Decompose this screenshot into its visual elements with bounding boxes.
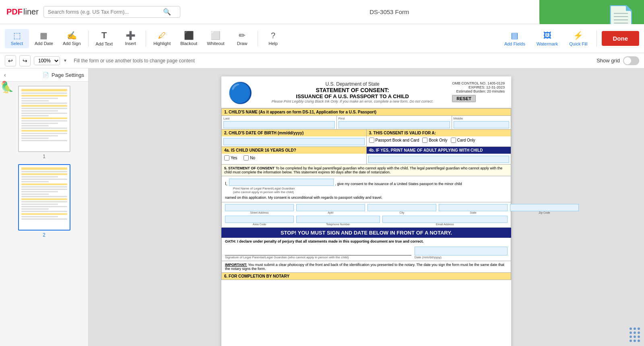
add-fields-btn[interactable]: ▤ Add Fields	[500, 28, 529, 49]
state-input[interactable]	[439, 204, 508, 211]
no-checkbox[interactable]	[244, 155, 249, 161]
chevron-down-icon: ▼	[63, 58, 67, 63]
whiteout-icon: ⬜	[211, 31, 221, 39]
important-text: You must submit a clear photocopy of the…	[225, 263, 504, 271]
hint-text: Fill the form or use another tools to ch…	[74, 58, 195, 64]
zip-input[interactable]	[510, 204, 579, 211]
quick-fill-label: Quick Fill	[569, 41, 587, 46]
add-fields-icon: ▤	[511, 31, 518, 40]
tool-help[interactable]: ? Help	[261, 29, 285, 48]
section-4b: 4b. IF YES, PRINT NAME OF ADULT APPLYING…	[367, 147, 511, 164]
consent-name-input[interactable]	[229, 179, 334, 186]
passport-book-card-checkbox[interactable]	[369, 138, 374, 143]
section-2-header: 2. CHILD'S DATE OF BIRTH (mm/dd/yyyy)	[222, 130, 366, 136]
toolbar-separator-3	[258, 31, 258, 47]
tool-draw[interactable]: ✏ Draw	[230, 29, 254, 48]
sidebar-collapse-button[interactable]: ‹	[4, 72, 6, 78]
add-date-icon: ▦	[40, 31, 47, 39]
undo-button[interactable]: ↩	[5, 55, 16, 66]
add-text-icon: T	[101, 31, 107, 40]
search-icon: 🔍	[163, 8, 171, 16]
section-4b-header: 4b. IF YES, PRINT NAME OF ADULT APPLYING…	[367, 147, 511, 154]
section-4-row: 4a. IS CHILD UNDER 16 YEARS OLD? Yes No	[221, 147, 511, 165]
page-settings-icon: 📄	[43, 72, 49, 78]
tool-blackout-label: Blackout	[180, 41, 197, 46]
tool-add-sign[interactable]: ✍ Add Sign	[59, 29, 85, 48]
sig-label: Signature of Legal Parental/Legal Guardi…	[225, 255, 411, 259]
done-button[interactable]: Done	[602, 31, 640, 46]
tool-add-date[interactable]: ▦ Add Date	[31, 29, 57, 48]
show-grid-label: Show grid	[597, 58, 620, 64]
yes-checkbox[interactable]	[224, 155, 229, 161]
card-only-checkbox[interactable]	[451, 138, 456, 143]
zip-label: Zip Code	[510, 211, 579, 214]
document-title: DS-3053 Form	[185, 8, 594, 15]
grid-toggle-switch[interactable]	[623, 56, 639, 65]
toolbar-separator-2	[146, 31, 146, 47]
tool-blackout[interactable]: ⬛ Blackout	[176, 29, 201, 48]
blackout-icon: ⬛	[184, 31, 194, 39]
adult-name-input[interactable]	[368, 156, 510, 163]
tool-add-text[interactable]: T Add Text	[92, 29, 117, 49]
form-seal: 🔵	[228, 81, 253, 105]
last-name-input[interactable]	[223, 121, 335, 128]
header-right: Support Log in	[599, 9, 638, 15]
tool-insert[interactable]: ➕ Insert	[118, 29, 142, 48]
form-subtitle: ISSUANCE OF A U.S. PASSPORT TO A CHILD	[261, 93, 444, 99]
apt-input[interactable]	[296, 204, 365, 211]
zoom-select[interactable]: 100% 75% 125% 150%	[34, 56, 60, 65]
street-address-input[interactable]	[225, 204, 294, 211]
tool-add-text-label: Add Text	[96, 41, 113, 46]
main-area: ‹ 📄 Page Settings	[0, 68, 644, 346]
first-name-input[interactable]	[339, 121, 450, 128]
form-main-title: STATEMENT OF CONSENT:	[261, 87, 444, 93]
tool-add-sign-label: Add Sign	[63, 41, 81, 46]
tool-highlight[interactable]: 🖊 Highlight	[149, 29, 175, 48]
consent-unconditional-text: named on this application. My consent is…	[225, 196, 508, 200]
form-omb: OMB CONTROL NO. 1405-0129 EXPIRES: 12-31…	[452, 81, 505, 105]
dob-input[interactable]	[223, 138, 365, 145]
signature-input[interactable]	[225, 247, 411, 255]
reset-button[interactable]: RESET	[452, 95, 476, 102]
page-thumb-1[interactable]: 1	[3, 86, 85, 159]
phone-inputs-row: Area Code Telephone Number Email Address	[225, 216, 508, 226]
document-viewer[interactable]: 🔵 U.S. Department of State STATEMENT OF …	[89, 68, 644, 346]
area-code-input[interactable]	[225, 216, 294, 223]
city-label: City	[367, 211, 436, 214]
quick-fill-btn[interactable]: ⚡ Quick Fill	[565, 28, 591, 49]
email-input[interactable]	[382, 216, 508, 223]
show-grid-toggle[interactable]: Show grid	[597, 56, 639, 65]
redo-button[interactable]: ↪	[19, 55, 31, 66]
street-address-label: Street Address	[225, 211, 294, 214]
section-1-fields: Last First Middle	[221, 116, 511, 130]
city-cell: City	[367, 204, 436, 214]
middle-name-input[interactable]	[454, 121, 509, 128]
login-link[interactable]: Log in	[623, 9, 638, 15]
apt-label: Apt#	[296, 211, 365, 214]
toolbar-separator-4	[597, 31, 597, 47]
sig-col: Signature of Legal Parental/Legal Guardi…	[225, 247, 411, 259]
book-only-checkbox[interactable]	[422, 138, 427, 143]
tool-select[interactable]: ⬚ Select	[5, 29, 29, 48]
document-page: 🔵 U.S. Department of State STATEMENT OF …	[221, 76, 511, 346]
date-input[interactable]	[415, 247, 508, 255]
phone-number-input[interactable]	[296, 216, 380, 223]
support-link[interactable]: Support	[599, 9, 617, 15]
card-only-text: Card Only	[457, 138, 475, 142]
search-box[interactable]: 🔍	[43, 6, 180, 18]
card-only-label: Card Only	[451, 138, 475, 143]
section-1-header: 1. CHILD'S NAME (As it appears on form D…	[221, 108, 511, 116]
add-sign-icon: ✍	[67, 31, 77, 39]
draw-icon: ✏	[239, 31, 246, 39]
page-thumb-2[interactable]: 2	[3, 164, 85, 238]
select-icon: ⬚	[13, 31, 21, 39]
watermark-btn[interactable]: 🖼 Watermark	[533, 29, 562, 49]
city-input[interactable]	[367, 204, 436, 211]
omb-burden: Estimated Burden: 20 minutes	[452, 89, 505, 93]
passport-book-card-text: Passport Book and Card	[376, 138, 419, 142]
street-address-cell: Street Address	[225, 204, 294, 214]
search-input[interactable]	[48, 9, 161, 15]
pages-container: 1	[0, 82, 88, 346]
tool-whiteout[interactable]: ⬜ Whiteout	[203, 29, 228, 48]
toolbar-separator-1	[88, 31, 89, 47]
